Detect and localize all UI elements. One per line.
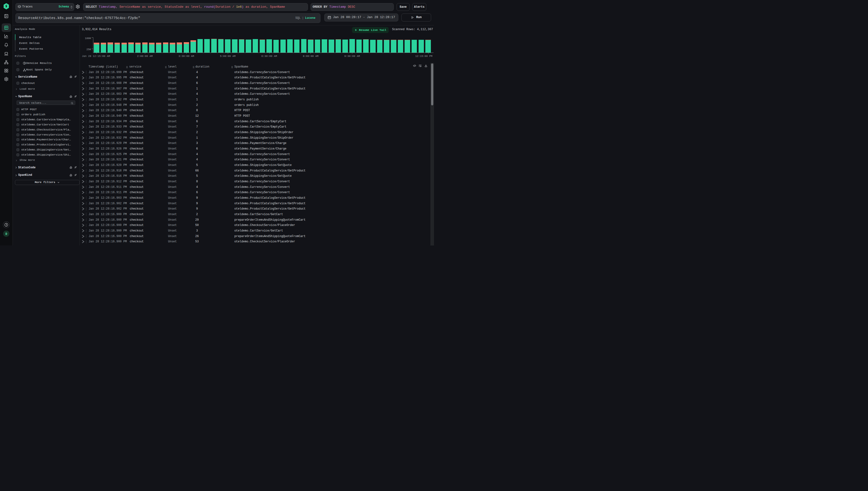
svg-text:D: D xyxy=(5,232,7,236)
